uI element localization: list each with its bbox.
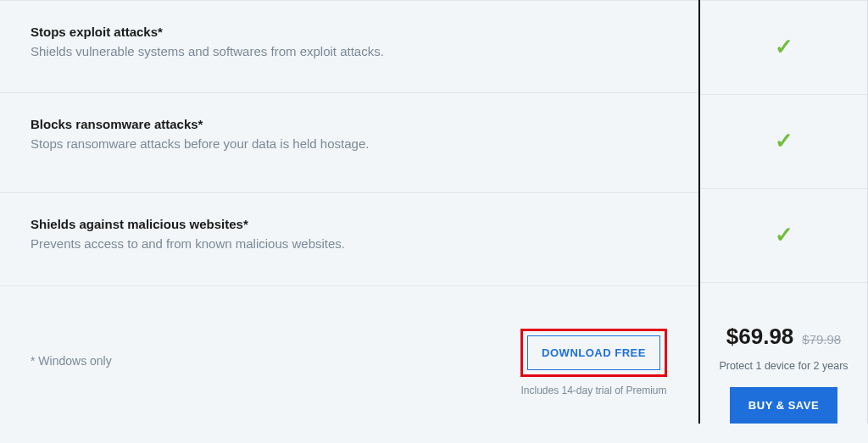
feature-check-cell: ✓	[700, 189, 867, 283]
feature-rows: Stops exploit attacks* Shields vulnerabl…	[0, 0, 868, 424]
check-icon: ✓	[775, 222, 793, 248]
download-subtext: Includes 14-day trial of Premium	[520, 384, 668, 398]
price-current: $69.98	[726, 324, 794, 349]
download-highlight-box: DOWNLOAD FREE	[520, 329, 667, 377]
pricing-block: $69.98$79.98 Protect 1 device for 2 year…	[700, 283, 867, 424]
feature-check-cell: ✓	[700, 0, 867, 95]
price-desc: Protect 1 device for 2 years	[714, 360, 854, 372]
price-old: $79.98	[802, 332, 841, 346]
feature-title: Blocks ransomware attacks*	[31, 117, 668, 131]
download-block: DOWNLOAD FREE Includes 14-day trial of P…	[520, 329, 668, 398]
check-icon: ✓	[775, 128, 793, 154]
feature-desc: Stops ransomware attacks before your dat…	[31, 135, 387, 154]
buy-save-button[interactable]: BUY & SAVE	[730, 387, 837, 424]
feature-check-cell: ✓	[700, 95, 867, 189]
feature-row: Blocks ransomware attacks* Stops ransomw…	[0, 93, 698, 193]
feature-row: Shields against malicious websites* Prev…	[0, 193, 698, 286]
feature-desc: Prevents access to and from known malici…	[31, 235, 387, 254]
footer-row: * Windows only DOWNLOAD FREE Includes 14…	[0, 286, 698, 424]
price-line: $69.98$79.98	[714, 324, 854, 350]
feature-desc: Shields vulnerable systems and softwares…	[31, 42, 387, 62]
feature-title: Shields against malicious websites*	[31, 217, 668, 231]
windows-only-note: * Windows only	[31, 329, 520, 368]
comparison-table: Stops exploit attacks* Shields vulnerabl…	[0, 0, 868, 443]
download-free-button[interactable]: DOWNLOAD FREE	[527, 335, 660, 370]
feature-row: Stops exploit attacks* Shields vulnerabl…	[0, 0, 698, 93]
check-icon: ✓	[775, 34, 793, 60]
feature-title: Stops exploit attacks*	[31, 25, 668, 39]
